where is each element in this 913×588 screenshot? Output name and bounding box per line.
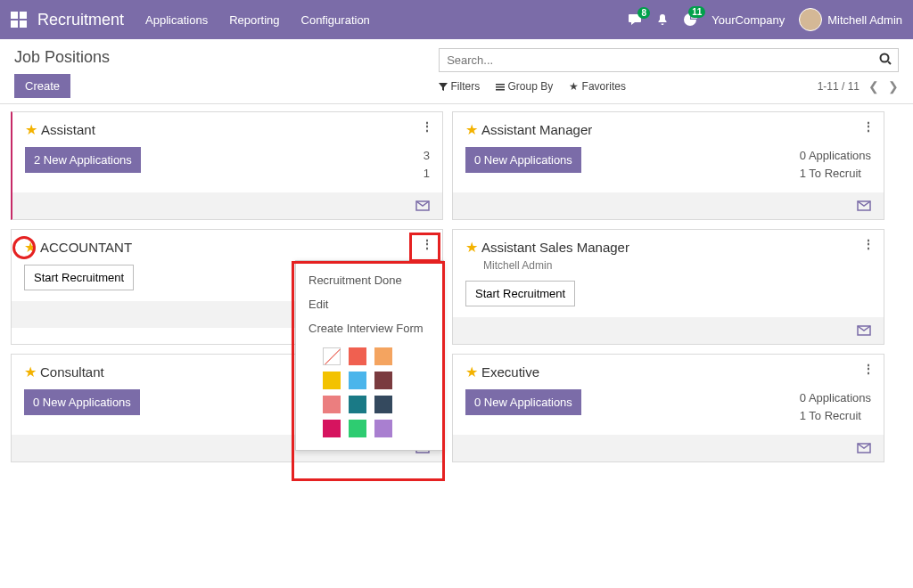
card-title: ACCOUNTANT [40,240,132,255]
page-title: Job Positions [14,48,439,67]
svg-rect-8 [496,89,505,91]
svg-rect-1 [20,12,27,19]
nav-configuration[interactable]: Configuration [301,13,370,27]
star-icon[interactable]: ★ [465,121,478,138]
user-name: Mitchell Admin [827,13,902,27]
search-input[interactable] [439,48,899,72]
color-swatch[interactable] [374,372,392,389]
dropdown-recruitment-done[interactable]: Recruitment Done [296,268,443,292]
card-menu-button[interactable]: ⋮ [421,119,433,134]
kanban-card[interactable]: ⋮★Executive0 New Applications0 Applicati… [452,354,884,462]
svg-rect-0 [11,12,18,19]
card-menu-button[interactable]: ⋮ [862,362,875,376]
card-stats: 0 Applications1 To Recruit [800,147,871,182]
color-swatch[interactable] [349,420,366,437]
svg-rect-6 [496,84,505,86]
svg-line-5 [888,61,891,64]
star-icon[interactable]: ★ [465,239,478,256]
card-subtext: Mitchell Admin [483,259,871,272]
star-icon[interactable]: ★ [465,363,478,380]
card-footer [453,435,884,461]
groupby-button[interactable]: Group By [496,80,553,93]
color-swatch[interactable] [374,396,392,413]
card-title: Assistant [41,122,95,137]
kanban-card[interactable]: ⋮★Assistant Sales ManagerMitchell AdminS… [452,229,884,345]
bell-icon[interactable] [656,13,669,26]
envelope-icon[interactable] [857,200,871,211]
color-swatch[interactable] [349,396,366,413]
color-swatch[interactable] [349,347,366,365]
color-picker [296,340,443,437]
card-title: Executive [481,364,539,380]
card-footer [453,192,884,219]
envelope-icon[interactable] [415,200,430,211]
color-swatch[interactable] [323,420,341,437]
pager-text: 1-11 / 11 [818,80,860,93]
filters-button[interactable]: Filters [439,80,480,93]
card-action-button[interactable]: 2 New Applications [25,147,141,173]
svg-rect-7 [496,86,505,88]
activity-badge: 11 [688,6,705,18]
kanban-area: ⋮★Assistant2 New Applications31⋮★Assista… [0,104,913,575]
card-action-button[interactable]: 0 New Applications [465,147,581,173]
card-action-button[interactable]: Start Recruitment [465,281,575,306]
chat-icon[interactable]: 8 [628,13,642,26]
kanban-card[interactable]: ⋮★Assistant Manager0 New Applications0 A… [452,111,884,220]
create-button[interactable]: Create [14,74,70,98]
card-footer [453,317,884,344]
card-title: Assistant Sales Manager [481,240,629,255]
pager-next[interactable]: ❯ [888,79,899,94]
card-stats: 0 Applications1 To Recruit [800,389,871,424]
nav-menu: Applications Reporting Configuration [145,13,370,27]
favorites-button[interactable]: ★ Favorites [569,80,626,93]
pager: 1-11 / 11 ❮ ❯ [818,79,899,94]
color-swatch[interactable] [323,372,341,389]
search-icon[interactable] [879,53,892,65]
star-icon[interactable]: ★ [24,363,37,380]
card-title: Consultant [40,364,104,380]
envelope-icon[interactable] [857,443,871,453]
toolbar: Job Positions Create Filters Group By ★ … [0,39,913,104]
brand-title[interactable]: Recruitment [37,11,124,29]
envelope-icon[interactable] [857,325,871,336]
color-swatch[interactable] [323,396,341,413]
nav-applications[interactable]: Applications [145,13,208,27]
dropdown-edit[interactable]: Edit [296,292,443,316]
star-icon[interactable]: ★ [25,121,37,138]
nav-reporting[interactable]: Reporting [229,13,279,27]
card-action-button[interactable]: 0 New Applications [465,389,581,415]
kanban-card[interactable]: ⋮★Assistant2 New Applications31 [11,111,443,220]
card-stats: 31 [424,147,430,182]
star-icon[interactable]: ★ [24,239,37,256]
user-menu[interactable]: Mitchell Admin [799,8,902,31]
card-footer [12,192,442,219]
topbar-right: 8 11 YourCompany Mitchell Admin [628,8,902,31]
pager-prev[interactable]: ❮ [868,79,879,94]
color-swatch[interactable] [374,347,392,365]
avatar [799,8,822,31]
card-menu-button[interactable]: ⋮ [862,237,875,251]
card-title: Assistant Manager [481,122,592,137]
chat-badge: 8 [637,7,650,19]
company-name[interactable]: YourCompany [711,13,785,27]
card-action-button[interactable]: 0 New Applications [24,389,140,415]
svg-rect-3 [20,20,27,28]
card-action-button[interactable]: Start Recruitment [24,265,134,290]
color-swatch[interactable] [323,347,341,365]
apps-icon[interactable] [11,12,27,28]
topbar: Recruitment Applications Reporting Confi… [0,0,913,39]
svg-point-4 [881,54,889,62]
color-swatch[interactable] [374,420,392,437]
card-dropdown: Recruitment Done Edit Create Interview F… [295,260,444,451]
svg-rect-2 [11,20,18,28]
activity-icon[interactable]: 11 [683,12,697,27]
card-menu-button[interactable]: ⋮ [421,237,433,251]
card-menu-button[interactable]: ⋮ [862,119,875,134]
color-swatch[interactable] [349,372,366,389]
dropdown-create-interview[interactable]: Create Interview Form [296,316,443,340]
